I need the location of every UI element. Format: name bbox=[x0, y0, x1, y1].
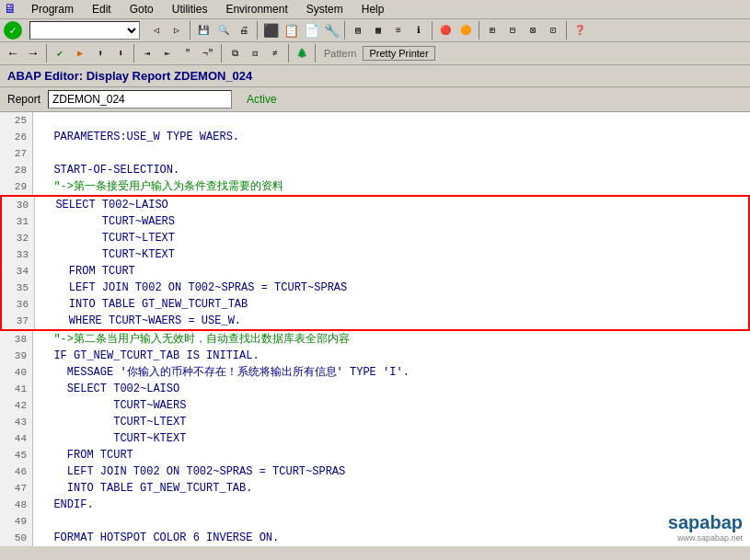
sap-logo-text: sapabap bbox=[668, 512, 743, 533]
icon-4[interactable]: 🔧 bbox=[322, 21, 340, 40]
icon-8[interactable]: ℹ bbox=[410, 21, 428, 40]
menu-bar: 🖥 Program Edit Goto Utilities Environmen… bbox=[0, 0, 750, 19]
line-content[interactable]: SELECT T002~LAISO bbox=[35, 197, 748, 213]
back-icon[interactable]: ◁ bbox=[147, 21, 166, 40]
table-row: 33 TCURT~KTEXT bbox=[0, 246, 750, 263]
download-icon[interactable]: ⬇ bbox=[111, 44, 130, 63]
menu-system[interactable]: System bbox=[303, 2, 347, 17]
tree-icon[interactable]: 🌲 bbox=[293, 44, 311, 63]
icon-3[interactable]: 📄 bbox=[302, 21, 320, 40]
line-content[interactable]: INTO TABLE GT_NEW_TCURT_TAB. bbox=[33, 480, 750, 497]
table-row: 34 FROM TCURT bbox=[0, 263, 750, 280]
nav-forward-icon[interactable]: → bbox=[24, 44, 42, 63]
line-content[interactable]: TCURT~KTEXT bbox=[35, 246, 748, 263]
sep-t2-5 bbox=[315, 44, 316, 63]
line-content[interactable]: TCURT~WAERS bbox=[33, 397, 750, 414]
line-content[interactable]: "->第二条当用户输入无效时，自动查找出数据库表全部内容 bbox=[33, 331, 750, 348]
sep-t2-2 bbox=[133, 44, 134, 63]
line-content[interactable]: LEFT JOIN T002 ON T002~SPRAS = TCURT~SPR… bbox=[35, 280, 748, 296]
nav-back-icon[interactable]: ← bbox=[4, 44, 22, 63]
line-content[interactable]: LEFT JOIN T002 ON T002~SPRAS = TCURT~SPR… bbox=[33, 463, 750, 480]
sep-t2-4 bbox=[288, 44, 289, 63]
line-content[interactable]: SELECT T002~LAISO bbox=[33, 381, 750, 397]
menu-utilities[interactable]: Utilities bbox=[168, 2, 212, 17]
merge-icon[interactable]: ⧈ bbox=[246, 44, 264, 63]
menu-program[interactable]: Program bbox=[28, 2, 77, 17]
icon-10[interactable]: 🟠 bbox=[456, 21, 475, 40]
line-content[interactable]: TCURT~WAERS bbox=[35, 213, 748, 230]
line-content[interactable]: TCURT~KTEXT bbox=[33, 430, 750, 447]
report-input[interactable] bbox=[48, 90, 232, 109]
pattern-button[interactable]: Pattern bbox=[319, 46, 361, 61]
icon-2[interactable]: 📋 bbox=[282, 21, 300, 40]
line-number: 42 bbox=[0, 397, 33, 414]
sep-t2-1 bbox=[46, 44, 47, 63]
line-content[interactable]: PARAMETERS:USE_W TYPE WAERS. bbox=[33, 129, 750, 145]
line-content[interactable]: "->第一条接受用户输入为条件查找需要的资料 bbox=[33, 178, 750, 195]
line-content[interactable]: FORMAT HOTSPOT COLOR 6 INVERSE ON. bbox=[33, 530, 750, 546]
line-content[interactable]: WHERE TCURT~WAERS = USE_W. bbox=[35, 313, 748, 329]
line-content[interactable]: START-OF-SELECTION. bbox=[33, 162, 750, 178]
table-row: 30 SELECT T002~LAISO bbox=[0, 195, 750, 213]
upload-icon[interactable]: ⬆ bbox=[91, 44, 110, 63]
line-number: 48 bbox=[0, 497, 33, 513]
menu-goto[interactable]: Goto bbox=[126, 2, 157, 17]
outdent-icon[interactable]: ⇤ bbox=[158, 44, 177, 63]
diff-icon[interactable]: ≠ bbox=[266, 44, 284, 63]
save-icon[interactable]: 💾 bbox=[194, 21, 213, 40]
table-row: 32 TCURT~LTEXT bbox=[0, 230, 750, 246]
checkmark-icon: ✓ bbox=[9, 24, 16, 38]
line-number: 31 bbox=[2, 213, 35, 230]
line-content[interactable] bbox=[33, 513, 750, 530]
icon-6[interactable]: ▦ bbox=[369, 21, 387, 40]
code-lines: 2526 PARAMETERS:USE_W TYPE WAERS.2728 ST… bbox=[0, 112, 750, 546]
line-content[interactable]: INTO TABLE GT_NEW_TCURT_TAB bbox=[35, 296, 748, 313]
check-icon[interactable]: ✔ bbox=[51, 44, 69, 63]
find-icon[interactable]: 🔍 bbox=[214, 21, 233, 40]
icon-13[interactable]: ⊠ bbox=[524, 21, 542, 40]
comment-icon[interactable]: " bbox=[179, 44, 197, 63]
ok-button[interactable]: ✓ bbox=[4, 21, 22, 40]
activate-icon[interactable]: ▶ bbox=[71, 44, 89, 63]
line-content[interactable]: TCURT~LTEXT bbox=[35, 230, 748, 246]
icon-1[interactable]: ⬛ bbox=[261, 21, 280, 40]
menu-help[interactable]: Help bbox=[358, 2, 388, 17]
table-row: 39 IF GT_NEW_TCURT_TAB IS INITIAL. bbox=[0, 348, 750, 364]
table-row: 27 bbox=[0, 145, 750, 162]
line-content[interactable]: IF GT_NEW_TCURT_TAB IS INITIAL. bbox=[33, 348, 750, 364]
icon-9[interactable]: 🔴 bbox=[436, 21, 455, 40]
line-content[interactable]: ENDIF. bbox=[33, 497, 750, 513]
line-content[interactable]: TCURT~LTEXT bbox=[33, 414, 750, 430]
table-row: 37 WHERE TCURT~WAERS = USE_W. bbox=[0, 313, 750, 331]
table-row: 43 TCURT~LTEXT bbox=[0, 414, 750, 430]
table-row: 46 LEFT JOIN T002 ON T002~SPRAS = TCURT~… bbox=[0, 463, 750, 480]
print-icon[interactable]: 🖨 bbox=[235, 21, 253, 40]
line-number: 30 bbox=[2, 197, 35, 213]
line-number: 44 bbox=[0, 430, 33, 447]
icon-12[interactable]: ⊟ bbox=[503, 21, 522, 40]
line-content[interactable]: FROM TCURT bbox=[35, 263, 748, 280]
table-row: 45 FROM TCURT bbox=[0, 447, 750, 463]
line-content[interactable]: MESSAGE '你输入的币种不存在！系统将输出所有信息' TYPE 'I'. bbox=[33, 364, 750, 381]
line-number: 49 bbox=[0, 513, 33, 530]
command-dropdown[interactable] bbox=[29, 21, 140, 40]
line-content[interactable] bbox=[33, 145, 750, 162]
split-icon[interactable]: ⧉ bbox=[225, 44, 244, 63]
line-content[interactable] bbox=[33, 112, 750, 129]
app-icon: 🖥 bbox=[4, 2, 17, 17]
icon-7[interactable]: ≡ bbox=[389, 21, 408, 40]
toolbar-1: ✓ ◁ ▷ 💾 🔍 🖨 ⬛ 📋 📄 🔧 ▤ ▦ ≡ ℹ 🔴 🟠 ⊞ ⊟ ⊠ ⊡ … bbox=[0, 19, 750, 42]
menu-edit[interactable]: Edit bbox=[88, 2, 115, 17]
app-title: ABAP Editor: Display Report ZDEMON_024 bbox=[7, 69, 252, 83]
sap-logo-area: sapabap www.sapabap.net bbox=[668, 512, 743, 543]
help-icon[interactable]: ❓ bbox=[571, 21, 589, 40]
forward-icon[interactable]: ▷ bbox=[167, 21, 186, 40]
line-content[interactable]: FROM TCURT bbox=[33, 447, 750, 463]
icon-14[interactable]: ⊡ bbox=[544, 21, 562, 40]
uncomment-icon[interactable]: ¬" bbox=[199, 44, 217, 63]
pretty-printer-button[interactable]: Pretty Printer bbox=[363, 46, 434, 61]
icon-11[interactable]: ⊞ bbox=[483, 21, 502, 40]
menu-environment[interactable]: Environment bbox=[222, 2, 291, 17]
icon-5[interactable]: ▤ bbox=[349, 21, 367, 40]
indent-icon[interactable]: ⇥ bbox=[138, 44, 156, 63]
